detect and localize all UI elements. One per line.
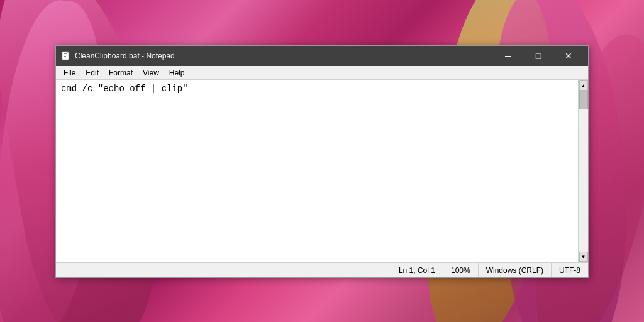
- cursor-position: Ln 1, Col 1: [391, 263, 443, 277]
- app-icon: [61, 51, 71, 61]
- svg-rect-3: [64, 56, 66, 57]
- menu-edit[interactable]: Edit: [80, 67, 104, 79]
- vertical-scrollbar[interactable]: ▲ ▼: [578, 80, 588, 262]
- title-bar: CleanClipboard.bat - Notepad ─ □ ✕: [56, 46, 588, 66]
- menu-format[interactable]: Format: [104, 67, 138, 79]
- minimize-button[interactable]: ─: [494, 46, 523, 66]
- scrollbar-track: [579, 91, 588, 252]
- line-ending: Windows (CRLF): [478, 263, 551, 277]
- maximize-button[interactable]: □: [524, 46, 553, 66]
- text-editor[interactable]: cmd /c "echo off | clip": [56, 80, 578, 262]
- svg-rect-1: [64, 53, 67, 54]
- close-button[interactable]: ✕: [554, 46, 583, 66]
- svg-rect-2: [64, 55, 67, 55]
- window-controls: ─ □ ✕: [494, 46, 583, 66]
- menu-help[interactable]: Help: [164, 67, 190, 79]
- menu-view[interactable]: View: [138, 67, 164, 79]
- zoom-level: 100%: [443, 263, 478, 277]
- scroll-down-button[interactable]: ▼: [579, 252, 588, 262]
- menu-file[interactable]: File: [58, 67, 80, 79]
- scroll-up-button[interactable]: ▲: [579, 80, 588, 91]
- encoding: UTF-8: [551, 263, 588, 277]
- scrollbar-thumb[interactable]: [579, 91, 588, 109]
- editor-area: cmd /c "echo off | clip" ▲ ▼: [56, 80, 588, 262]
- menu-bar: File Edit Format View Help: [56, 66, 588, 80]
- window-title: CleanClipboard.bat - Notepad: [75, 52, 494, 60]
- status-bar: Ln 1, Col 1 100% Windows (CRLF) UTF-8: [56, 262, 588, 277]
- notepad-window: CleanClipboard.bat - Notepad ─ □ ✕ File …: [55, 45, 589, 278]
